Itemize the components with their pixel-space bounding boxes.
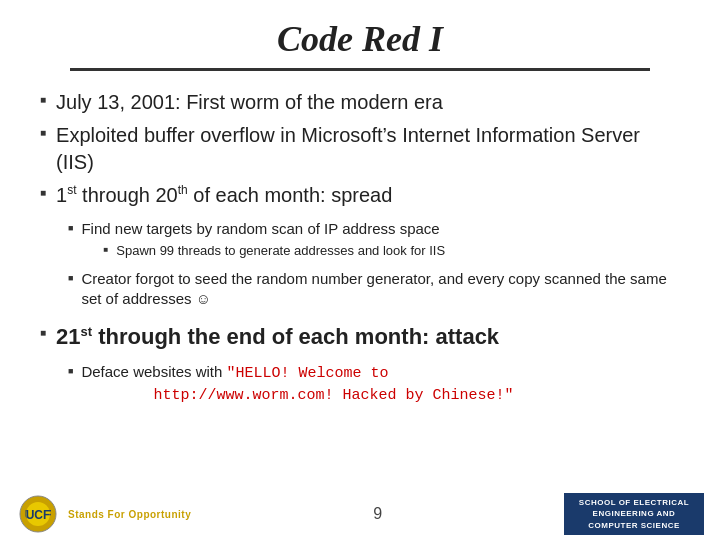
bullet-3-sub2-text: Creator forgot to seed the random number… (81, 269, 680, 310)
bullet-4-sub1-icon: ■ (68, 366, 73, 376)
bullet-4-subs: ■ Deface websites with "HELLO! Welcome t… (68, 362, 680, 412)
bullet-3-subs: ■ Find new targets by random scan of IP … (68, 219, 680, 314)
bullet-2: ■ Exploited buffer overflow in Microsoft… (40, 122, 680, 176)
bullet-3-subsub1-icon: ■ (103, 245, 108, 254)
bullet-1-icon: ■ (40, 94, 46, 105)
bullet-4: ■ 21st through the end of each month: at… (40, 322, 680, 352)
bullet-4-text: 21st through the end of each month: atta… (56, 322, 499, 352)
bullet-3-sub1: ■ Find new targets by random scan of IP … (68, 219, 680, 264)
bullet-3-icon: ■ (40, 187, 46, 198)
bullet-3-subsub1: ■ Spawn 99 threads to generate addresses… (103, 242, 445, 260)
bullet-1-text: July 13, 2001: First worm of the modern … (56, 89, 443, 116)
bullet-3-subsub1-text: Spawn 99 threads to generate addresses a… (116, 242, 445, 260)
bullet-4-sub1-text: Deface websites with "HELLO! Welcome to … (81, 362, 513, 407)
title-divider (70, 68, 650, 71)
bullet-3-sub1-content: Find new targets by random scan of IP ad… (81, 219, 445, 264)
footer: UCF UCF Stands For Opportunity 9 SCHOOL … (0, 488, 720, 540)
bullet-3-sub2: ■ Creator forgot to seed the random numb… (68, 269, 680, 310)
bullet-3-sub2-icon: ■ (68, 273, 73, 283)
bullet-2-icon: ■ (40, 127, 46, 138)
content-area: ■ July 13, 2001: First worm of the moder… (0, 77, 720, 540)
bullet-4-sub1: ■ Deface websites with "HELLO! Welcome t… (68, 362, 680, 407)
bullet-4-icon: ■ (40, 327, 46, 338)
monospace-text: "HELLO! Welcome to http://www.worm.com! … (81, 365, 513, 404)
slide-title: Code Red I (40, 18, 680, 60)
bullet-3-subsubs: ■ Spawn 99 threads to generate addresses… (103, 242, 445, 260)
footer-left: UCF UCF Stands For Opportunity (16, 495, 191, 533)
slide: Code Red I ■ July 13, 2001: First worm o… (0, 0, 720, 540)
bullet-3-sub1-icon: ■ (68, 223, 73, 233)
ucf-logo: UCF UCF (16, 495, 60, 533)
bullet-1: ■ July 13, 2001: First worm of the moder… (40, 89, 680, 116)
bullet-3: ■ 1st through 20th of each month: spread (40, 182, 680, 209)
bullet-2-text: Exploited buffer overflow in Microsoft’s… (56, 122, 680, 176)
school-name: SCHOOL OF ELECTRICAL ENGINEERING AND COM… (564, 493, 704, 535)
stands-for-opportunity: Stands For Opportunity (68, 509, 191, 520)
title-area: Code Red I (0, 0, 720, 77)
page-number: 9 (191, 505, 564, 523)
bullet-3-sub1-text: Find new targets by random scan of IP ad… (81, 220, 439, 237)
svg-text:UCF: UCF (26, 508, 51, 522)
bullet-3-text: 1st through 20th of each month: spread (56, 182, 392, 209)
